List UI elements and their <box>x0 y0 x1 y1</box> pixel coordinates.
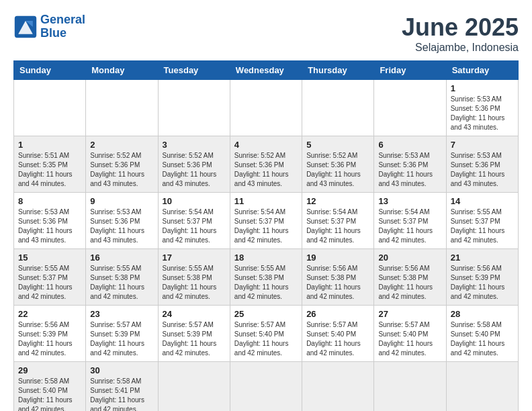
day-number: 11 <box>234 196 298 206</box>
calendar-cell: 1Sunrise: 5:51 AMSunset: 5:35 PMDaylight… <box>14 136 86 193</box>
day-info: Sunrise: 5:53 AMSunset: 5:36 PMDaylight:… <box>378 151 441 189</box>
day-info: Sunrise: 5:53 AMSunset: 5:36 PMDaylight:… <box>90 208 153 245</box>
day-number: 18 <box>234 253 298 263</box>
day-number: 4 <box>234 140 298 150</box>
day-info: Sunrise: 5:56 AMSunset: 5:38 PMDaylight:… <box>378 264 441 302</box>
calendar-table: SundayMondayTuesdayWednesdayThursdayFrid… <box>13 60 519 411</box>
calendar-cell: 4Sunrise: 5:52 AMSunset: 5:36 PMDaylight… <box>230 136 302 193</box>
calendar-cell: 8Sunrise: 5:53 AMSunset: 5:36 PMDaylight… <box>14 193 86 249</box>
logo-line1: General <box>40 13 85 26</box>
day-number: 21 <box>451 253 514 263</box>
day-info: Sunrise: 5:51 AMSunset: 5:35 PMDaylight:… <box>18 151 81 189</box>
calendar-cell: 6Sunrise: 5:53 AMSunset: 5:36 PMDaylight… <box>374 136 446 193</box>
day-number: 2 <box>90 140 153 150</box>
day-info: Sunrise: 5:52 AMSunset: 5:36 PMDaylight:… <box>234 151 298 189</box>
calendar-cell: 20Sunrise: 5:56 AMSunset: 5:38 PMDayligh… <box>374 249 446 306</box>
calendar-cell <box>230 362 302 412</box>
day-header-tuesday: Tuesday <box>158 61 230 80</box>
calendar-week-row: 1Sunrise: 5:53 AMSunset: 5:36 PMDaylight… <box>14 80 519 136</box>
day-header-sunday: Sunday <box>14 61 86 80</box>
calendar-cell <box>302 362 374 412</box>
logo-line2: Blue <box>40 26 66 40</box>
day-header-monday: Monday <box>86 61 158 80</box>
calendar-cell: 30Sunrise: 5:58 AMSunset: 5:41 PMDayligh… <box>86 362 158 412</box>
calendar-cell: 17Sunrise: 5:55 AMSunset: 5:38 PMDayligh… <box>158 249 230 306</box>
day-info: Sunrise: 5:54 AMSunset: 5:37 PMDaylight:… <box>234 208 298 245</box>
calendar-cell: 3Sunrise: 5:52 AMSunset: 5:36 PMDaylight… <box>158 136 230 193</box>
day-info: Sunrise: 5:56 AMSunset: 5:38 PMDaylight:… <box>306 264 369 302</box>
calendar-cell: 15Sunrise: 5:55 AMSunset: 5:37 PMDayligh… <box>14 249 86 306</box>
day-number: 16 <box>90 253 153 263</box>
calendar-cell <box>374 362 446 412</box>
calendar-cell: 2Sunrise: 5:52 AMSunset: 5:36 PMDaylight… <box>86 136 158 193</box>
calendar-cell <box>158 362 230 412</box>
day-info: Sunrise: 5:54 AMSunset: 5:37 PMDaylight:… <box>378 208 441 245</box>
day-info: Sunrise: 5:58 AMSunset: 5:40 PMDaylight:… <box>451 320 514 358</box>
calendar-week-row: 29Sunrise: 5:58 AMSunset: 5:40 PMDayligh… <box>14 362 519 412</box>
calendar-cell: 18Sunrise: 5:55 AMSunset: 5:38 PMDayligh… <box>230 249 302 306</box>
day-header-friday: Friday <box>374 61 446 80</box>
calendar-cell <box>14 80 86 136</box>
calendar-cell: 16Sunrise: 5:55 AMSunset: 5:38 PMDayligh… <box>86 249 158 306</box>
day-info: Sunrise: 5:55 AMSunset: 5:37 PMDaylight:… <box>451 208 514 245</box>
day-info: Sunrise: 5:52 AMSunset: 5:36 PMDaylight:… <box>306 151 369 189</box>
page-title: June 2025 <box>402 13 519 42</box>
calendar-cell: 25Sunrise: 5:57 AMSunset: 5:40 PMDayligh… <box>230 306 302 362</box>
day-number: 28 <box>451 309 514 319</box>
day-number: 25 <box>234 309 298 319</box>
calendar-cell: 28Sunrise: 5:58 AMSunset: 5:40 PMDayligh… <box>446 306 518 362</box>
day-info: Sunrise: 5:52 AMSunset: 5:36 PMDaylight:… <box>90 151 153 189</box>
day-info: Sunrise: 5:58 AMSunset: 5:41 PMDaylight:… <box>90 377 153 411</box>
calendar-cell: 7Sunrise: 5:53 AMSunset: 5:36 PMDaylight… <box>446 136 518 193</box>
calendar-cell <box>302 80 374 136</box>
calendar-header-row: SundayMondayTuesdayWednesdayThursdayFrid… <box>14 61 519 80</box>
calendar-week-row: 22Sunrise: 5:56 AMSunset: 5:39 PMDayligh… <box>14 306 519 362</box>
day-number: 12 <box>306 196 369 206</box>
calendar-cell: 23Sunrise: 5:57 AMSunset: 5:39 PMDayligh… <box>86 306 158 362</box>
calendar-cell: 22Sunrise: 5:56 AMSunset: 5:39 PMDayligh… <box>14 306 86 362</box>
day-info: Sunrise: 5:55 AMSunset: 5:38 PMDaylight:… <box>163 264 226 302</box>
day-header-saturday: Saturday <box>446 61 518 80</box>
day-number: 29 <box>18 365 81 375</box>
day-number: 19 <box>306 253 369 263</box>
calendar-week-row: 8Sunrise: 5:53 AMSunset: 5:36 PMDaylight… <box>14 193 519 249</box>
day-number: 10 <box>163 196 226 206</box>
calendar-cell: 13Sunrise: 5:54 AMSunset: 5:37 PMDayligh… <box>374 193 446 249</box>
page-header: General Blue June 2025 Selajambe, Indone… <box>13 13 519 54</box>
title-block: June 2025 Selajambe, Indonesia <box>402 13 519 54</box>
day-header-wednesday: Wednesday <box>230 61 302 80</box>
page-subtitle: Selajambe, Indonesia <box>402 42 519 54</box>
day-info: Sunrise: 5:58 AMSunset: 5:40 PMDaylight:… <box>18 377 81 411</box>
day-number: 1 <box>451 83 514 93</box>
day-info: Sunrise: 5:53 AMSunset: 5:36 PMDaylight:… <box>451 151 514 189</box>
day-number: 13 <box>378 196 441 206</box>
calendar-cell <box>230 80 302 136</box>
day-info: Sunrise: 5:57 AMSunset: 5:40 PMDaylight:… <box>378 320 441 358</box>
logo: General Blue <box>13 13 85 40</box>
day-number: 26 <box>306 309 369 319</box>
calendar-cell: 1Sunrise: 5:53 AMSunset: 5:36 PMDaylight… <box>446 80 518 136</box>
calendar-cell <box>158 80 230 136</box>
day-info: Sunrise: 5:52 AMSunset: 5:36 PMDaylight:… <box>163 151 226 189</box>
calendar-cell <box>86 80 158 136</box>
day-number: 22 <box>18 309 81 319</box>
day-number: 23 <box>90 309 153 319</box>
day-number: 14 <box>451 196 514 206</box>
day-info: Sunrise: 5:53 AMSunset: 5:36 PMDaylight:… <box>18 208 81 245</box>
calendar-cell: 29Sunrise: 5:58 AMSunset: 5:40 PMDayligh… <box>14 362 86 412</box>
day-number: 6 <box>378 140 441 150</box>
calendar-cell: 27Sunrise: 5:57 AMSunset: 5:40 PMDayligh… <box>374 306 446 362</box>
calendar-cell: 12Sunrise: 5:54 AMSunset: 5:37 PMDayligh… <box>302 193 374 249</box>
day-info: Sunrise: 5:55 AMSunset: 5:38 PMDaylight:… <box>234 264 298 302</box>
day-info: Sunrise: 5:56 AMSunset: 5:39 PMDaylight:… <box>18 320 81 358</box>
day-info: Sunrise: 5:56 AMSunset: 5:39 PMDaylight:… <box>451 264 514 302</box>
calendar-cell <box>374 80 446 136</box>
calendar-week-row: 1Sunrise: 5:51 AMSunset: 5:35 PMDaylight… <box>14 136 519 193</box>
day-number: 9 <box>90 196 153 206</box>
day-info: Sunrise: 5:57 AMSunset: 5:40 PMDaylight:… <box>306 320 369 358</box>
day-info: Sunrise: 5:54 AMSunset: 5:37 PMDaylight:… <box>306 208 369 245</box>
day-info: Sunrise: 5:54 AMSunset: 5:37 PMDaylight:… <box>163 208 226 245</box>
day-info: Sunrise: 5:53 AMSunset: 5:36 PMDaylight:… <box>451 95 514 132</box>
day-number: 24 <box>163 309 226 319</box>
day-number: 3 <box>163 140 226 150</box>
